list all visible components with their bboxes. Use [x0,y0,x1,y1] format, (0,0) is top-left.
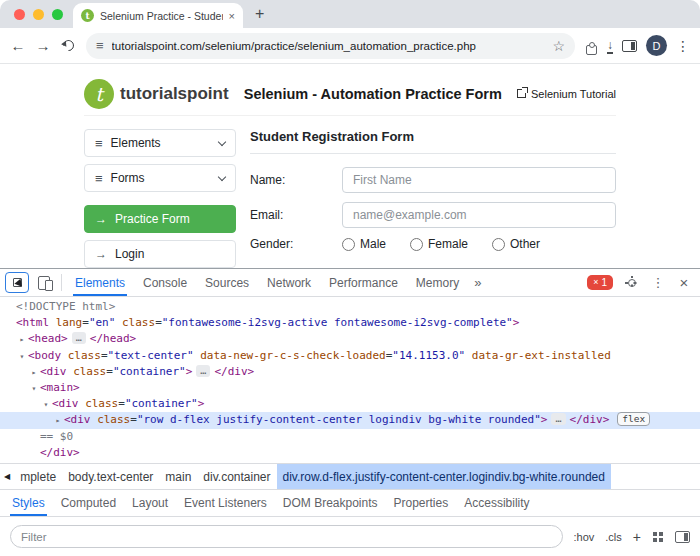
browser-menu-button[interactable]: ⋮ [676,38,690,54]
tab-event-listeners[interactable]: Event Listeners [176,490,275,516]
pseudo-state-toggle[interactable]: :hov [574,531,595,543]
tree-toggle-icon[interactable]: ▾ [28,381,40,397]
dom-tree-line[interactable]: <html lang="en" class="fontawesome-i2svg… [0,315,700,331]
sidebar-item-elements[interactable]: ≡ Elements [84,129,236,157]
close-window-button[interactable] [14,9,25,20]
breadcrumb-selected-node[interactable]: div.row.d-flex.justify-content-center.lo… [277,464,611,489]
tree-toggle-icon[interactable]: ▾ [16,349,28,365]
tree-toggle-icon[interactable]: ▾ [40,397,52,413]
tab-layout[interactable]: Layout [124,490,176,516]
code-token [465,349,472,362]
minimize-window-button[interactable] [33,9,44,20]
devtools-toolbar: Elements Console Sources Network Perform… [0,269,700,297]
gender-option-other[interactable]: Other [492,237,540,251]
gender-option-male[interactable]: Male [342,237,386,251]
device-toolbar-button[interactable] [31,269,57,296]
breadcrumb-html[interactable]: mplete [14,464,62,489]
devtools-tab-elements[interactable]: Elements [66,269,134,296]
inspect-element-button[interactable] [5,272,29,293]
url-text: tutorialspoint.com/selenium/practice/sel… [112,40,545,52]
new-style-rule-button[interactable]: + [633,529,641,545]
devtools-settings-button[interactable] [619,269,645,296]
tree-toggle-icon[interactable]: ▸ [52,413,64,429]
back-button[interactable]: ← [10,38,26,53]
sidebar-item-practice-form[interactable]: → Practice Form [84,205,236,233]
dom-tree-line[interactable]: ▾<div class="container"> [0,396,700,412]
site-settings-icon[interactable]: ≡ [96,39,104,52]
gear-icon [628,279,636,287]
devtools-menu-button[interactable]: ⋮ [645,269,671,296]
dom-tree-line[interactable]: ▸<div class="row d-flex justify-content-… [0,412,700,428]
selenium-tutorial-link[interactable]: Selenium Tutorial [517,88,616,100]
extensions-button[interactable] [584,37,598,55]
code-token: > [541,413,548,426]
dom-tree-line[interactable]: ▸<head>…</head> [0,331,700,347]
breadcrumb-body[interactable]: body.text-center [62,464,159,489]
computed-sidebar-toggle[interactable] [675,531,690,543]
tab-properties[interactable]: Properties [386,490,457,516]
gender-label: Gender: [250,237,342,251]
tab-close-icon[interactable]: × [229,10,235,22]
devtools-close-button[interactable]: × [671,269,697,296]
breadcrumb-main[interactable]: main [159,464,197,489]
reload-button[interactable] [61,38,77,54]
element-class-toggle[interactable]: .cls [605,531,622,543]
tab-styles[interactable]: Styles [4,490,53,516]
name-label: Name: [250,173,342,187]
tab-strip: t Selenium Practice - Student × + [0,0,700,28]
breadcrumb-container[interactable]: div.container [197,464,276,489]
side-panel-button[interactable] [622,40,637,52]
dom-tree-line[interactable]: ▸<div class="container">…</div> [0,364,700,380]
browser-tab[interactable]: t Selenium Practice - Student × [73,3,243,28]
tab-dom-breakpoints[interactable]: DOM Breakpoints [275,490,386,516]
tab-accessibility[interactable]: Accessibility [456,490,537,516]
styles-filter-row: :hov .cls + [0,516,700,556]
devtools-tab-console[interactable]: Console [134,269,196,296]
female-radio[interactable] [410,238,423,251]
tab-computed[interactable]: Computed [53,490,124,516]
code-token: </div> [214,365,254,378]
downloads-button[interactable]: ↓ [607,39,613,53]
email-input[interactable] [342,202,616,228]
devtools-tab-sources[interactable]: Sources [196,269,258,296]
other-radio[interactable] [492,238,505,251]
dom-tree-line[interactable]: ▾<body class="text-center" data-new-gr-c… [0,348,700,364]
address-bar[interactable]: ≡ tutorialspoint.com/selenium/practice/s… [86,33,575,59]
rendering-emulations-button[interactable] [652,531,664,543]
dom-tree[interactable]: <!DOCTYPE html><html lang="en" class="fo… [0,297,700,463]
tree-toggle-icon[interactable]: ▸ [28,365,40,381]
bookmark-star-icon[interactable]: ☆ [552,39,565,53]
new-tab-button[interactable]: + [255,6,264,22]
dom-tree-line[interactable]: <!DOCTYPE html> [0,299,700,315]
flex-badge[interactable]: flex [617,412,650,426]
profile-avatar[interactable]: D [646,35,667,56]
sidebar-item-forms[interactable]: ≡ Forms [84,164,236,192]
expand-ellipsis-button[interactable]: … [196,365,210,377]
dom-tree-line[interactable]: == $0 [0,429,700,445]
code-token: > [198,397,205,410]
fullscreen-window-button[interactable] [52,9,63,20]
site-logo[interactable]: t tutorialspoint [84,79,229,109]
code-token: class [122,316,155,329]
devtools-tab-performance[interactable]: Performance [320,269,407,296]
more-tabs-button[interactable]: » [468,269,487,296]
breadcrumb-scroll-left-button[interactable]: ◀ [0,472,14,481]
sidebar-item-login[interactable]: → Login [84,240,236,268]
forward-button[interactable]: → [35,38,51,53]
external-link-icon [517,89,526,98]
name-input[interactable] [342,167,616,193]
error-badge[interactable]: × 1 [587,275,613,290]
logo-text: tutorialspoint [120,84,229,104]
devtools-tab-memory[interactable]: Memory [407,269,468,296]
dom-tree-line[interactable]: </div> [0,445,700,461]
expand-ellipsis-button[interactable]: … [551,413,565,425]
male-radio[interactable] [342,238,355,251]
dom-tree-line[interactable]: ▾<main> [0,380,700,396]
arrow-right-icon: → [95,248,107,260]
gender-option-female[interactable]: Female [410,237,468,251]
styles-filter-input[interactable] [10,525,563,548]
inspect-cursor-icon [13,278,22,287]
tree-toggle-icon[interactable]: ▸ [16,332,28,348]
devtools-tab-network[interactable]: Network [258,269,320,296]
expand-ellipsis-button[interactable]: … [72,332,86,344]
